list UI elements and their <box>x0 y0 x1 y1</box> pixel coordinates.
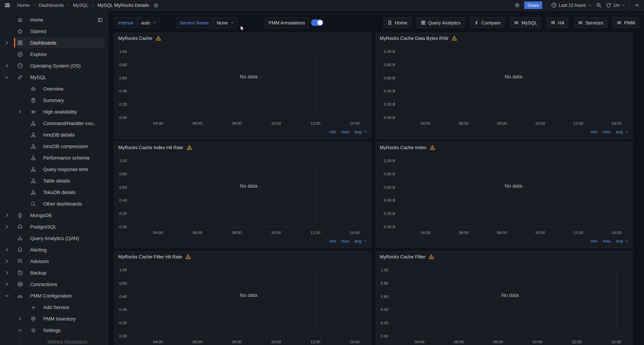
link-button-services[interactable]: Services <box>574 17 607 28</box>
chevron-down-icon[interactable] <box>4 293 9 298</box>
chevron-down-icon[interactable] <box>364 239 367 243</box>
breadcrumb-item[interactable]: Dashboards <box>39 2 64 8</box>
share-button[interactable]: Share <box>524 1 542 9</box>
plot-region[interactable]: 04:0006:0008:0010:0012:0014:00No data <box>398 51 629 117</box>
chevron-right-icon[interactable] <box>17 109 22 114</box>
chevron-right-icon[interactable] <box>4 224 9 229</box>
menu-icon[interactable] <box>4 2 10 8</box>
sidebar-item-add-service[interactable]: Add Service <box>0 302 108 313</box>
legend-item-avg[interactable]: avg <box>616 129 623 134</box>
zoom-out-icon[interactable] <box>596 2 602 8</box>
sidebar-item-backup[interactable]: Backup <box>0 267 108 279</box>
pmm-annotations-toggle[interactable] <box>311 19 323 26</box>
link-button-compare[interactable]: Compare <box>470 17 505 28</box>
chevron-up-icon[interactable] <box>634 2 640 8</box>
legend-item-max[interactable]: max <box>603 129 611 134</box>
panel-title[interactable]: MyRocks Cache Filter Hit Rate <box>118 254 191 260</box>
panel-title[interactable]: MyRocks Cache <box>118 35 161 41</box>
sidebar-item-settings[interactable]: Settings <box>0 325 108 336</box>
sidebar-item-high-availability[interactable]: High availability <box>0 106 108 117</box>
sidebar-item-query-response-time[interactable]: Query response time <box>0 164 108 175</box>
gear-icon[interactable] <box>514 2 520 8</box>
sidebar-item-connections[interactable]: Connections <box>0 279 108 290</box>
plot-region[interactable]: 04:0006:0008:0010:0012:0014:00No data <box>130 51 368 117</box>
sidebar-item-home[interactable]: Home <box>0 14 108 25</box>
sidebar-item-postgresql[interactable]: PostgreSQL <box>0 221 108 233</box>
chevron-right-icon[interactable] <box>4 282 9 287</box>
link-button-ha[interactable]: HA <box>546 17 568 28</box>
link-button-query-analytics[interactable]: Query Analytics <box>416 17 464 28</box>
warning-icon[interactable] <box>186 145 192 150</box>
sidebar-item-tokudb-details[interactable]: TokuDB details <box>0 187 108 198</box>
chevron-right-icon[interactable] <box>4 40 9 45</box>
sidebar-item-explore[interactable]: Explore <box>0 48 108 60</box>
sidebar-item-summary[interactable]: Summary <box>0 94 108 106</box>
legend-item-avg[interactable]: avg <box>616 239 623 244</box>
sidebar-item-mysql[interactable]: MySQL <box>0 71 108 83</box>
chevron-right-icon[interactable] <box>4 247 9 252</box>
service-name-select[interactable]: None <box>213 17 238 28</box>
sidebar-item-overview[interactable]: Overview <box>0 83 108 94</box>
chevron-down-icon[interactable] <box>17 328 22 333</box>
chevron-down-icon[interactable] <box>364 130 367 134</box>
chevron-down-icon[interactable] <box>4 75 9 80</box>
sidebar-item-starred[interactable]: Starred <box>0 25 108 37</box>
sidebar-item-pmm-configuration[interactable]: PMM Configuration <box>0 290 108 302</box>
plot-region[interactable]: 04:0006:0008:0010:0012:0014:00No data <box>130 161 368 227</box>
link-button-home[interactable]: Home <box>383 17 411 28</box>
breadcrumb-item[interactable]: Home <box>17 2 30 8</box>
panel-title[interactable]: MyRocks Cache Index <box>380 145 435 150</box>
warning-icon[interactable] <box>185 254 191 260</box>
sidebar-item-innodb-compression[interactable]: InnoDB compression <box>0 140 108 152</box>
legend-item-max[interactable]: max <box>341 239 349 244</box>
plot-region[interactable]: 04:0006:0008:0010:0012:0014:00No data <box>130 270 368 336</box>
chevron-right-icon[interactable] <box>4 63 9 68</box>
chevron-down-icon[interactable] <box>625 130 628 134</box>
sidebar-item-dashboards[interactable]: Dashboards <box>0 37 108 48</box>
link-button-pmm[interactable]: PMM <box>612 17 639 28</box>
panel-title[interactable]: MyRocks Cache Filter <box>380 254 434 260</box>
legend-item-min[interactable]: min <box>329 129 336 134</box>
breadcrumb-item[interactable]: MySQL <box>73 2 89 8</box>
sidebar-item-command-handler-cou[interactable]: Command/Handler cou... <box>0 117 108 129</box>
sidebar-item-mongodb[interactable]: MongoDB <box>0 210 108 221</box>
sidebar-item-table-details[interactable]: Table details <box>0 175 108 187</box>
warning-icon[interactable] <box>156 35 161 41</box>
legend-item-min[interactable]: min <box>329 239 336 244</box>
sidebar-item-innodb-details[interactable]: InnoDB details <box>0 129 108 140</box>
legend-item-min[interactable]: min <box>590 129 598 134</box>
sidebar-item-performance-schema[interactable]: Performance schema <box>0 152 108 164</box>
warning-icon[interactable] <box>430 145 435 150</box>
warning-icon[interactable] <box>452 35 457 41</box>
plot-region[interactable]: 04:0006:0008:0010:0012:0014:00No data <box>398 161 629 227</box>
sidebar-item-metrics-resolution[interactable]: Metrics Resolution <box>0 336 108 345</box>
plot-region[interactable]: 04:0006:0008:0010:0012:0014:00No data <box>391 270 629 336</box>
sidebar-item-alerting[interactable]: Alerting <box>0 244 108 256</box>
legend-item-max[interactable]: max <box>341 129 349 134</box>
sidebar-item-advisors[interactable]: Advisors <box>0 256 108 267</box>
chevron-right-icon[interactable] <box>4 270 9 275</box>
sidebar-item-other-dashboards[interactable]: Other dashboards <box>0 198 108 210</box>
legend-item-avg[interactable]: avg <box>354 239 361 244</box>
refresh-picker[interactable]: 1m <box>606 2 625 8</box>
chevron-right-icon[interactable] <box>4 259 9 264</box>
sidebar-item-pmm-inventory[interactable]: PMM Inventory <box>0 313 108 325</box>
link-button-mysql[interactable]: MySQL <box>510 17 541 28</box>
chevron-right-icon[interactable] <box>17 316 22 321</box>
warning-icon[interactable] <box>428 254 434 260</box>
panel-title[interactable]: MyRocks Cache Index Hit Rate <box>118 145 192 150</box>
chevron-down-icon[interactable] <box>625 239 628 243</box>
sidebar-item-query-analytics-qan[interactable]: Query Analytics (QAN) <box>0 233 108 244</box>
sidebar-item-operating-system-os[interactable]: Operating System (OS) <box>0 60 108 71</box>
legend-item-max[interactable]: max <box>603 239 611 244</box>
x-tick-label: 08:00 <box>497 121 507 125</box>
chevron-right-icon[interactable] <box>4 213 9 218</box>
dock-menu-icon[interactable] <box>98 17 103 22</box>
star-dashboard-icon[interactable] <box>154 3 159 8</box>
breadcrumb-item[interactable]: MySQL MyRocks Details <box>98 2 149 8</box>
legend-item-avg[interactable]: avg <box>354 129 361 134</box>
panel-title[interactable]: MyRocks Cache Data Bytes R/W <box>380 35 457 41</box>
legend-item-min[interactable]: min <box>590 239 598 244</box>
interval-select[interactable]: auto <box>138 17 160 28</box>
time-range-picker[interactable]: Last 12 hours <box>551 2 592 8</box>
